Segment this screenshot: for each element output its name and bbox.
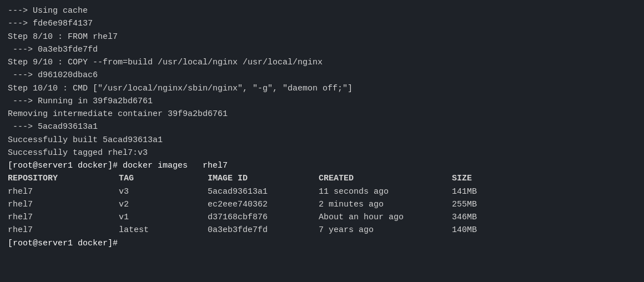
row4-size: 140MB [452,224,530,236]
output-line-1: ---> Using cache [8,4,636,17]
row2-tag: v2 [119,198,208,211]
col-header-repo: REPOSITORY [8,172,119,185]
output-line-3: Step 8/10 : FROM rhel7 [8,31,636,43]
output-line-4: ---> 0a3eb3fde7fd [8,43,636,56]
row3-repo: rhel7 [8,211,119,224]
row1-repo: rhel7 [8,185,119,198]
row4-id: 0a3eb3fde7fd [208,224,319,236]
table-row: rhel7v35acad93613a111 seconds ago141MB [8,185,636,198]
row3-tag: v1 [119,211,208,224]
row4-tag: latest [119,224,208,236]
col-header-created: CREATED [319,172,452,185]
command-prompt-final: [root@server1 docker]# [8,237,636,250]
row3-created: About an hour ago [319,211,452,224]
row1-tag: v3 [119,185,208,198]
row1-id: 5acad93613a1 [208,185,319,198]
output-line-5: Step 9/10 : COPY --from=build /usr/local… [8,56,636,69]
output-line-9: Removing intermediate container 39f9a2bd… [8,108,636,120]
output-line-11: Successfully built 5acad93613a1 [8,134,636,147]
col-header-size: SIZE [452,172,530,185]
col-header-id: IMAGE ID [208,172,319,185]
table-row: rhel7latest0a3eb3fde7fd7 years ago140MB [8,224,636,236]
table-row: rhel7v1d37168cbf876About an hour ago346M… [8,211,636,224]
terminal-window: ---> Using cache ---> fde6e98f4137 Step … [8,4,636,278]
row1-created: 11 seconds ago [319,185,452,198]
row4-repo: rhel7 [8,224,119,236]
col-header-tag: TAG [119,172,208,185]
output-line-6: ---> d961020dbac6 [8,69,636,82]
output-line-7: Step 10/10 : CMD ["/usr/local/nginx/sbin… [8,82,636,95]
row2-repo: rhel7 [8,198,119,211]
table-header-row: REPOSITORYTAGIMAGE IDCREATEDSIZE [8,172,636,185]
output-line-8: ---> Running in 39f9a2bd6761 [8,95,636,108]
row2-size: 255MB [452,198,530,211]
row4-created: 7 years ago [319,224,452,236]
row3-size: 346MB [452,211,530,224]
row2-created: 2 minutes ago [319,198,452,211]
table-row: rhel7v2ec2eee7403622 minutes ago255MB [8,198,636,211]
output-line-2: ---> fde6e98f4137 [8,17,636,30]
output-line-12: Successfully tagged rhel7:v3 [8,147,636,159]
row3-id: d37168cbf876 [208,211,319,224]
output-line-10: ---> 5acad93613a1 [8,120,636,133]
row2-id: ec2eee740362 [208,198,319,211]
row1-size: 141MB [452,185,530,198]
command-line-docker-images: [root@server1 docker]# docker images rhe… [8,159,636,172]
